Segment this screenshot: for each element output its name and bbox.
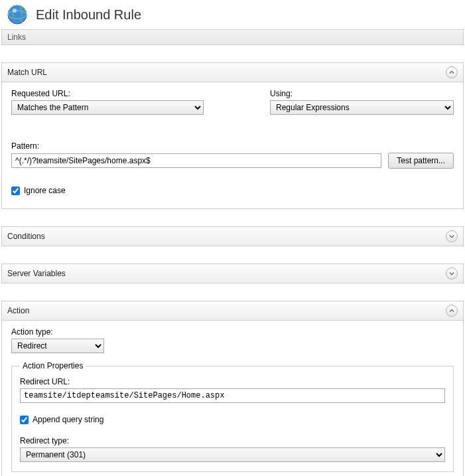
links-label: Links: [7, 33, 26, 42]
section-body-action: Action type: Redirect Action Properties …: [1, 321, 464, 476]
action-type-select[interactable]: Redirect: [11, 339, 104, 353]
page-title: Edit Inbound Rule: [36, 7, 141, 23]
requested-url-select[interactable]: Matches the Pattern: [11, 100, 204, 115]
action-properties-group: Action Properties Redirect URL: Append q…: [11, 361, 454, 472]
append-query-checkbox[interactable]: [20, 416, 29, 424]
using-select[interactable]: Regular Expressions: [270, 100, 454, 115]
append-query-label: Append query string: [33, 415, 103, 424]
action-type-label: Action type:: [11, 327, 104, 337]
svg-point-2: [13, 9, 17, 13]
section-title: Action: [7, 306, 29, 315]
redirect-url-input[interactable]: [20, 388, 445, 403]
pattern-label: Pattern:: [11, 141, 454, 151]
section-header-action[interactable]: Action: [1, 301, 464, 321]
section-title: Conditions: [7, 232, 45, 241]
action-properties-legend: Action Properties: [20, 361, 86, 370]
chevron-up-icon[interactable]: [446, 305, 458, 317]
test-pattern-button[interactable]: Test pattern...: [388, 153, 454, 169]
redirect-type-select[interactable]: Permanent (301): [20, 447, 445, 462]
chevron-down-icon[interactable]: [446, 230, 458, 242]
globe-icon: [7, 4, 28, 25]
using-label: Using:: [270, 89, 454, 98]
ignore-case-checkbox[interactable]: [11, 187, 20, 195]
section-title: Match URL: [7, 68, 47, 77]
page-header: Edit Inbound Rule: [0, 0, 465, 29]
redirect-url-label: Redirect URL:: [20, 377, 445, 386]
section-header-conditions[interactable]: Conditions: [1, 226, 464, 246]
requested-url-label: Requested URL:: [11, 89, 204, 98]
section-header-match-url[interactable]: Match URL: [1, 62, 464, 82]
chevron-down-icon[interactable]: [446, 268, 458, 279]
section-body-match-url: Requested URL: Matches the Pattern Using…: [1, 82, 464, 209]
links-bar[interactable]: Links: [1, 29, 464, 45]
redirect-type-label: Redirect type:: [20, 436, 445, 445]
pattern-input[interactable]: [11, 153, 381, 168]
ignore-case-label: Ignore case: [24, 186, 66, 195]
section-header-server-variables[interactable]: Server Variables: [1, 264, 464, 283]
chevron-up-icon[interactable]: [446, 66, 458, 78]
section-title: Server Variables: [7, 269, 66, 278]
